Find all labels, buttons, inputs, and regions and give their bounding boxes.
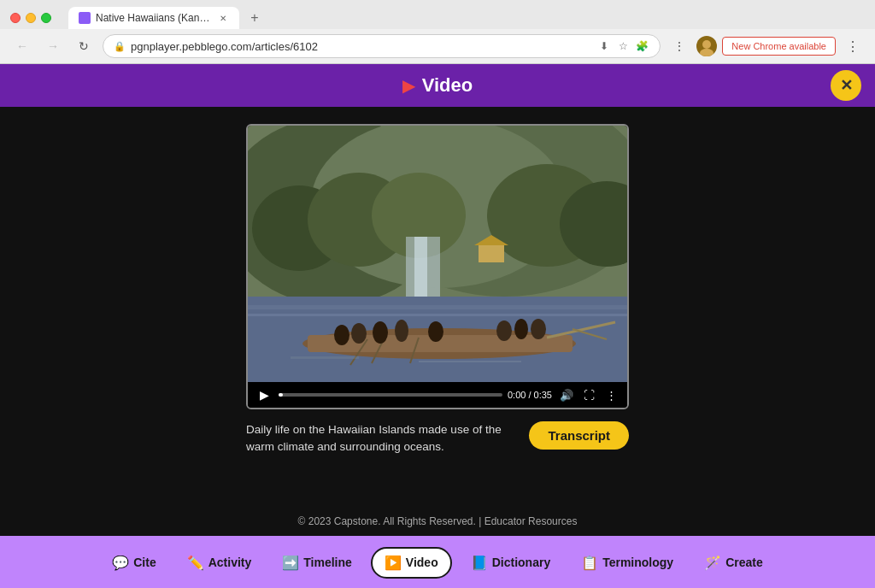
more-options-button[interactable]: ⋮: [602, 385, 620, 404]
browser-chrome: Native Hawaiians (Kanaka Ma... ✕ + ← → ↻…: [0, 0, 875, 64]
svg-rect-17: [248, 314, 629, 316]
play-icon-header: ▶: [402, 75, 415, 96]
create-icon: 🪄: [704, 555, 721, 571]
svg-rect-33: [291, 356, 359, 359]
tab-close-button[interactable]: ✕: [217, 12, 229, 24]
app-header: ▶ Video ✕: [0, 64, 875, 107]
maximize-window-button[interactable]: [41, 13, 51, 23]
video-scene-svg: [248, 126, 629, 382]
svg-rect-13: [479, 245, 504, 262]
nav-label-dictionary: Dictionary: [492, 556, 550, 569]
url-text: pgnplayer.pebblego.com/articles/6102: [131, 40, 591, 53]
svg-point-31: [514, 319, 528, 339]
forward-button[interactable]: →: [41, 34, 65, 58]
extensions-button[interactable]: ⋮: [667, 34, 691, 58]
nav-item-dictionary[interactable]: 📘 Dictionary: [459, 549, 562, 577]
progress-fill: [279, 393, 283, 397]
svg-point-30: [496, 320, 512, 341]
caption-row: Daily life on the Hawaiian Islands made …: [246, 421, 629, 456]
browser-menu-button[interactable]: ⋮: [841, 34, 865, 58]
svg-point-27: [373, 321, 388, 344]
svg-point-0: [702, 40, 711, 49]
svg-point-32: [531, 319, 546, 339]
video-thumbnail: [248, 126, 629, 382]
fullscreen-button[interactable]: ⛶: [579, 385, 598, 404]
refresh-button[interactable]: ↻: [72, 34, 96, 58]
download-icon[interactable]: ⬇: [596, 38, 612, 54]
educator-resources-link[interactable]: Educator Resources: [484, 515, 578, 527]
nav-item-create[interactable]: 🪄 Create: [692, 549, 775, 577]
new-tab-button[interactable]: +: [244, 8, 265, 28]
tab-title: Native Hawaiians (Kanaka Ma...: [96, 12, 212, 24]
minimize-window-button[interactable]: [26, 13, 36, 23]
back-button[interactable]: ←: [10, 34, 34, 58]
app-wrapper: ▶ Video ✕: [0, 64, 875, 588]
footer-copyright: © 2023 Capstone. All Rights Reserved. | …: [298, 505, 578, 536]
nav-label-cite: Cite: [133, 556, 156, 569]
bottom-nav: 💬 Cite ✏️ Activity ➡️ Timeline ▶️ Video …: [0, 536, 875, 588]
nav-label-activity: Activity: [208, 556, 252, 569]
svg-rect-34: [419, 361, 521, 362]
bookmark-icon[interactable]: ☆: [615, 38, 631, 54]
app-main: ▶ 0:00 / 0:35 🔊 ⛶ ⋮ Daily life on the Ha…: [0, 107, 875, 536]
nav-item-cite[interactable]: 💬 Cite: [100, 549, 167, 577]
svg-rect-12: [414, 237, 427, 305]
extension-icon[interactable]: 🧩: [634, 38, 649, 54]
svg-point-1: [700, 49, 714, 56]
dictionary-icon: 📘: [471, 555, 488, 571]
nav-label-video: Video: [406, 556, 438, 569]
nav-item-timeline[interactable]: ➡️ Timeline: [270, 549, 364, 577]
nav-item-video[interactable]: ▶️ Video: [371, 547, 452, 579]
close-button[interactable]: ✕: [831, 70, 861, 101]
copyright-text: © 2023 Capstone. All Rights Reserved.: [298, 515, 476, 527]
activity-icon: ✏️: [187, 555, 204, 571]
nav-label-terminology: Terminology: [602, 556, 673, 569]
timeline-icon: ➡️: [282, 555, 299, 571]
header-title-wrap: ▶ Video: [402, 74, 473, 97]
transcript-button[interactable]: Transcript: [529, 421, 629, 450]
video-controls-right: 🔊 ⛶ ⋮: [557, 385, 620, 404]
svg-point-25: [334, 325, 349, 345]
footer-separator: |: [479, 515, 481, 527]
nav-bar: ← → ↻ 🔒 pgnplayer.pebblego.com/articles/…: [0, 29, 875, 63]
tab-favicon: [79, 12, 91, 24]
svg-point-29: [428, 321, 443, 342]
nav-item-activity[interactable]: ✏️ Activity: [175, 549, 264, 577]
close-window-button[interactable]: [10, 13, 21, 23]
progress-bar[interactable]: [279, 393, 502, 397]
video-player: ▶ 0:00 / 0:35 🔊 ⛶ ⋮: [246, 124, 629, 409]
new-chrome-button[interactable]: New Chrome available: [722, 37, 836, 56]
nav-label-create: Create: [725, 556, 763, 569]
tabs-bar: Native Hawaiians (Kanaka Ma... ✕ +: [68, 7, 865, 29]
play-button[interactable]: ▶: [255, 385, 273, 404]
lock-icon: 🔒: [114, 41, 126, 52]
browser-tab[interactable]: Native Hawaiians (Kanaka Ma... ✕: [68, 7, 239, 29]
nav-label-timeline: Timeline: [303, 556, 352, 569]
svg-point-26: [351, 323, 367, 344]
profile-avatar[interactable]: [696, 36, 717, 56]
nav-right: ⋮ New Chrome available ⋮: [667, 34, 865, 58]
nav-item-terminology[interactable]: 📋 Terminology: [569, 549, 685, 577]
terminology-icon: 📋: [581, 555, 598, 571]
volume-button[interactable]: 🔊: [557, 385, 576, 404]
caption-text: Daily life on the Hawaiian Islands made …: [246, 421, 519, 456]
title-bar: Native Hawaiians (Kanaka Ma... ✕ +: [0, 0, 875, 29]
time-display: 0:00 / 0:35: [508, 390, 552, 400]
address-bar-icons: ⬇ ☆ 🧩: [596, 38, 649, 54]
video-controls: ▶ 0:00 / 0:35 🔊 ⛶ ⋮: [248, 382, 627, 408]
page-title: Video: [422, 74, 473, 97]
cite-icon: 💬: [112, 555, 129, 571]
address-bar[interactable]: 🔒 pgnplayer.pebblego.com/articles/6102 ⬇…: [103, 34, 661, 58]
svg-rect-16: [248, 305, 629, 309]
svg-point-28: [395, 320, 408, 342]
traffic-lights: [10, 13, 51, 23]
video-nav-icon: ▶️: [385, 555, 402, 571]
